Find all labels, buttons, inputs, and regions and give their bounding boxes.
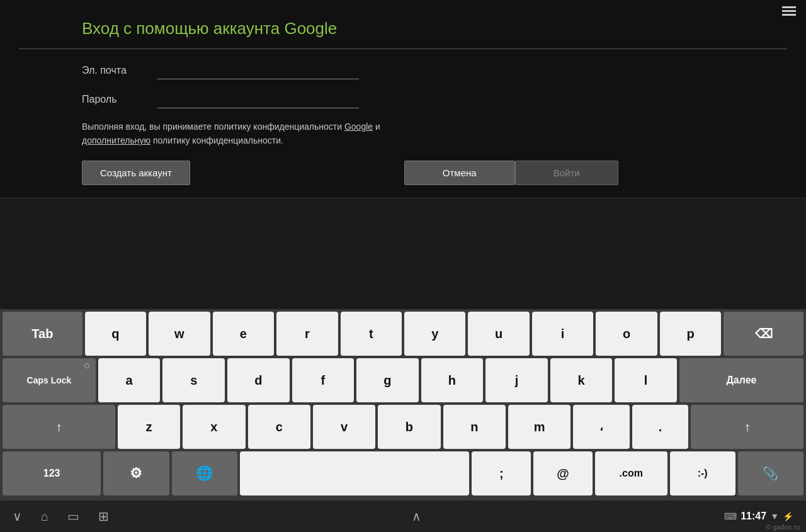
key-a[interactable]: a: [98, 358, 161, 402]
key-o[interactable]: o: [596, 312, 657, 356]
main-content: Вход с помощью аккаунта Google Эл. почта…: [0, 0, 806, 198]
key-period[interactable]: .: [632, 405, 688, 449]
key-m[interactable]: m: [508, 405, 570, 449]
nav-center: ∧: [109, 509, 724, 524]
key-settings[interactable]: ⚙: [103, 451, 169, 495]
key-y[interactable]: y: [404, 312, 465, 356]
key-comma[interactable]: ،: [573, 405, 629, 449]
keyboard-hide-icon[interactable]: ∧: [412, 509, 421, 524]
key-smiley[interactable]: :-): [670, 451, 735, 495]
key-shift-right[interactable]: ↑: [691, 405, 803, 449]
password-label: Пароль: [82, 94, 157, 105]
keyboard-row-4: 123 ⚙ 🌐 ; @ .com :-) 📎: [3, 451, 803, 495]
key-caps-lock[interactable]: Caps Lock: [3, 358, 96, 402]
privacy-text: Выполняя вход, вы принимаете политику ко…: [82, 120, 523, 148]
form-area: Эл. почта Пароль Выполняя вход, вы прини…: [19, 62, 787, 185]
email-input[interactable]: [157, 62, 359, 79]
page-title: Вход с помощью аккаунта Google: [19, 19, 787, 38]
key-x[interactable]: x: [183, 405, 245, 449]
key-t[interactable]: t: [341, 312, 402, 356]
key-g[interactable]: g: [356, 358, 419, 402]
menu-nav-icon[interactable]: ⊞: [98, 509, 109, 524]
clock: 11:47: [741, 511, 766, 522]
recents-nav-icon[interactable]: ▭: [67, 509, 79, 524]
password-row: Пароль: [82, 91, 787, 108]
key-z[interactable]: z: [118, 405, 180, 449]
key-globe[interactable]: 🌐: [172, 451, 237, 495]
battery-icon: ⚡: [783, 511, 793, 521]
keyboard-status-icon: ⌨: [724, 511, 737, 521]
key-e[interactable]: e: [213, 312, 274, 356]
key-tab[interactable]: Tab: [3, 312, 82, 356]
key-dotcom[interactable]: .com: [595, 451, 667, 495]
additional-privacy-link[interactable]: дополнительную: [82, 135, 150, 145]
key-p[interactable]: p: [660, 312, 721, 356]
key-backspace[interactable]: ⌫: [724, 312, 803, 356]
divider: [19, 48, 787, 49]
cancel-button[interactable]: Отмена: [404, 161, 515, 185]
key-i[interactable]: i: [532, 312, 593, 356]
key-k[interactable]: k: [550, 358, 613, 402]
key-r[interactable]: r: [276, 312, 338, 356]
key-s[interactable]: s: [162, 358, 225, 402]
key-q[interactable]: q: [85, 312, 146, 356]
email-label: Эл. почта: [82, 65, 157, 76]
back-nav-icon[interactable]: ∨: [13, 509, 22, 524]
key-l[interactable]: l: [615, 358, 677, 402]
key-attach[interactable]: 📎: [738, 451, 803, 495]
key-b[interactable]: b: [378, 405, 440, 449]
key-w[interactable]: w: [149, 312, 210, 356]
login-button[interactable]: Войти: [515, 161, 618, 185]
top-menu-icon[interactable]: [782, 6, 796, 16]
keyboard-row-1: Tab q w e r t y u i o p ⌫: [3, 312, 803, 356]
create-account-button[interactable]: Создать аккаунт: [82, 161, 190, 185]
key-h[interactable]: h: [421, 358, 484, 402]
key-semicolon[interactable]: ;: [472, 451, 531, 495]
navigation-bar: ∨ ⌂ ▭ ⊞ ∧ ⌨ 11:47 ▼ ⚡: [0, 501, 806, 532]
key-v[interactable]: v: [313, 405, 375, 449]
google-privacy-link[interactable]: Google: [344, 122, 373, 132]
key-shift-left[interactable]: ↑: [3, 405, 115, 449]
email-row: Эл. почта: [82, 62, 787, 79]
signal-icon: ▼: [770, 511, 779, 521]
keyboard: Tab q w e r t y u i o p ⌫ Caps Lock a s …: [0, 309, 806, 501]
key-c[interactable]: c: [248, 405, 310, 449]
key-j[interactable]: j: [485, 358, 548, 402]
key-n[interactable]: n: [443, 405, 506, 449]
password-input[interactable]: [157, 91, 359, 108]
key-space[interactable]: [240, 451, 470, 495]
buttons-row: Создать аккаунт Отмена Войти: [82, 161, 787, 185]
nav-right: ⌨ 11:47 ▼ ⚡: [724, 511, 793, 522]
key-u[interactable]: u: [468, 312, 529, 356]
keyboard-row-2: Caps Lock a s d f g h j k l Далее: [3, 358, 803, 402]
home-nav-icon[interactable]: ⌂: [41, 509, 48, 524]
status-icons: ⌨ 11:47 ▼ ⚡: [724, 511, 793, 522]
copyright: © gados.ru: [766, 523, 800, 531]
nav-left: ∨ ⌂ ▭ ⊞: [13, 509, 109, 524]
key-at[interactable]: @: [533, 451, 593, 495]
caps-indicator: [84, 363, 89, 368]
key-123[interactable]: 123: [3, 451, 101, 495]
key-enter[interactable]: Далее: [679, 358, 803, 402]
key-f[interactable]: f: [292, 358, 355, 402]
key-d[interactable]: d: [227, 358, 290, 402]
keyboard-row-3: ↑ z x c v b n m ، . ↑: [3, 405, 803, 449]
